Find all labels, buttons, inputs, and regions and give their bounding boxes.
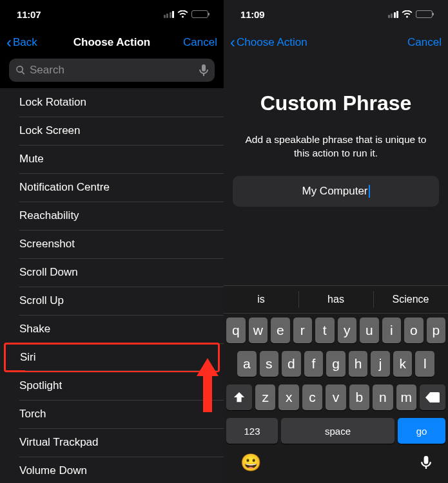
chevron-left-icon: ‹ [6,35,12,50]
cellular-icon [388,11,399,18]
key-p[interactable]: p [427,317,446,343]
battery-icon [416,10,433,18]
key-i[interactable]: i [382,317,402,343]
keyboard-row-1: qwertyuiop [224,314,448,347]
nav-bar: ‹ Choose Action Cancel [224,28,448,57]
action-reachability[interactable]: Reachability [0,202,224,230]
key-d[interactable]: d [282,351,301,377]
search-placeholder: Search [30,64,199,77]
keyboard-row-2: asdfghjkl [224,347,448,381]
key-a[interactable]: a [237,351,257,377]
keyboard-row-bottom: 123 space go [224,414,448,448]
action-volume-down[interactable]: Volume Down [0,457,224,483]
status-time: 11:07 [17,9,41,20]
key-f[interactable]: f [304,351,324,377]
status-bar: 11:07 [0,0,224,28]
key-n[interactable]: n [373,384,393,410]
suggestion-2[interactable]: has [298,286,373,313]
dictation-button[interactable] [421,456,431,470]
emoji-button[interactable]: 😀 [240,453,261,473]
action-shake[interactable]: Shake [0,315,224,343]
action-screenshot[interactable]: Screenshot [0,230,224,258]
key-u[interactable]: u [360,317,379,343]
status-indicators [388,10,433,18]
description-text: Add a speakable phrase that is unique to… [242,133,430,160]
text-cursor [369,185,370,198]
action-virtual-trackpad[interactable]: Virtual Trackpad [0,428,224,457]
chevron-left-icon: ‹ [230,35,235,50]
search-input[interactable]: Search [9,59,215,82]
back-label: Back [13,36,37,49]
key-c[interactable]: c [302,384,322,410]
suggestion-3[interactable]: Science [373,286,448,313]
key-x[interactable]: x [278,384,298,410]
key-j[interactable]: j [371,351,390,377]
phrase-input-value: My Computer [302,185,367,198]
action-spotlight[interactable]: Spotlight [0,372,224,400]
key-r[interactable]: r [293,317,313,343]
key-e[interactable]: e [271,317,290,343]
status-bar: 11:09 [224,0,448,28]
suggestion-1[interactable]: is [224,286,298,313]
keyboard: is has Science qwertyuiopasdfghjklzxcvbn… [224,285,448,483]
action-lock-screen[interactable]: Lock Screen [0,117,224,145]
status-time: 11:09 [240,9,264,20]
action-scroll-up[interactable]: Scroll Up [0,287,224,315]
screen-custom-phrase: 11:09 ‹ Choose Action Cancel Custom Phra… [224,0,448,483]
key-s[interactable]: s [260,351,279,377]
back-label: Choose Action [237,36,307,49]
keyboard-row-3: zxcvbnm [224,381,448,414]
action-mute[interactable]: Mute [0,145,224,173]
mic-icon[interactable] [199,64,208,76]
key-h[interactable]: h [349,351,368,377]
status-indicators [164,10,209,18]
key-backspace[interactable] [420,384,445,410]
key-go[interactable]: go [398,418,445,444]
key-space[interactable]: space [281,418,394,444]
wifi-icon [402,10,413,18]
search-icon [15,65,26,75]
action-torch[interactable]: Torch [0,400,224,428]
action-lock-rotation[interactable]: Lock Rotation [0,88,224,117]
key-g[interactable]: g [326,351,346,377]
cancel-button[interactable]: Cancel [183,36,217,49]
cancel-button[interactable]: Cancel [407,36,442,49]
wifi-icon [177,10,188,18]
key-y[interactable]: y [338,317,357,343]
cellular-icon [164,11,175,18]
heading-custom-phrase: Custom Phrase [224,91,448,115]
actions-list[interactable]: Lock RotationLock ScreenMuteNotification… [0,88,224,483]
key-m[interactable]: m [396,384,416,410]
action-siri[interactable]: Siri [4,343,220,372]
key-o[interactable]: o [404,317,424,343]
back-button[interactable]: ‹ Back [6,35,37,50]
key-v[interactable]: v [326,384,346,410]
keyboard-suggestions: is has Science [224,285,448,314]
screen-choose-action: 11:07 ‹ Back Choose Action Cancel Search… [0,0,224,483]
action-notification-centre[interactable]: Notification Centre [0,173,224,202]
key-w[interactable]: w [249,317,268,343]
nav-bar: ‹ Back Choose Action Cancel [0,28,224,57]
phrase-input[interactable]: My Computer [233,176,439,207]
keyboard-footer: 😀 [224,448,448,483]
key-b[interactable]: b [349,384,369,410]
key-k[interactable]: k [393,351,413,377]
battery-icon [191,10,208,18]
action-scroll-down[interactable]: Scroll Down [0,258,224,287]
key-q[interactable]: q [226,317,246,343]
key-shift[interactable] [226,384,252,410]
key-123[interactable]: 123 [226,418,278,444]
key-t[interactable]: t [315,317,335,343]
back-button[interactable]: ‹ Choose Action [230,35,307,50]
key-l[interactable]: l [415,351,434,377]
key-z[interactable]: z [255,384,275,410]
